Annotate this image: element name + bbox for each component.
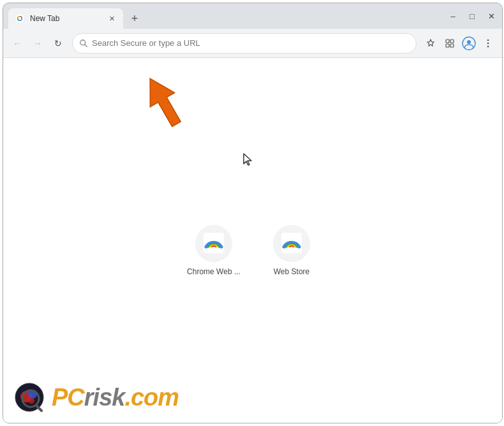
tab-favicon: [15, 13, 25, 24]
svg-point-11: [487, 39, 489, 41]
bookmark-star-button[interactable]: [422, 34, 440, 52]
toolbar: ← → ↻: [3, 29, 502, 58]
pcrisk-watermark: PCrisk.com: [3, 372, 502, 423]
toolbar-right-icons: [422, 34, 497, 52]
close-button[interactable]: ✕: [487, 11, 496, 20]
extensions-button[interactable]: [441, 34, 459, 52]
pcrisk-text: PCrisk.com: [52, 384, 179, 411]
window-controls: – □ ✕: [448, 11, 496, 20]
page-content: Chrome Web ...: [3, 58, 502, 423]
tab-bar: New Tab ✕ + – □ ✕: [3, 3, 502, 29]
url-input[interactable]: [92, 38, 410, 48]
star-icon: [426, 38, 436, 48]
minimize-button[interactable]: –: [448, 11, 457, 20]
svg-rect-6: [450, 40, 454, 43]
shortcut-label-web-store: Web Store: [274, 267, 309, 276]
chrome-webstore-icon-2: [281, 233, 302, 253]
refresh-button[interactable]: ↻: [49, 34, 67, 52]
svg-point-10: [467, 40, 471, 44]
shortcuts-area: Chrome Web ...: [185, 225, 320, 276]
svg-line-21: [36, 406, 41, 411]
mouse-cursor: [242, 152, 254, 169]
back-button[interactable]: ←: [8, 34, 26, 52]
tab-title: New Tab: [30, 14, 101, 23]
new-tab-button[interactable]: +: [126, 10, 144, 27]
shortcut-web-store[interactable]: Web Store: [263, 225, 320, 276]
puzzle-icon: [445, 38, 455, 48]
svg-point-12: [487, 42, 489, 44]
pcrisk-logo-icon: [15, 383, 44, 412]
svg-rect-5: [446, 40, 449, 43]
search-icon: [79, 39, 88, 48]
shortcut-chrome-web[interactable]: Chrome Web ...: [185, 225, 242, 276]
shortcut-label-chrome-web: Chrome Web ...: [187, 267, 241, 276]
svg-marker-14: [138, 71, 188, 131]
svg-point-20: [28, 397, 34, 404]
menu-button[interactable]: [479, 34, 497, 52]
pcrisk-brand-text: PCrisk.com: [52, 384, 179, 411]
address-bar[interactable]: [72, 33, 417, 54]
profile-icon: [462, 36, 476, 50]
tab-close-button[interactable]: ✕: [107, 13, 117, 24]
pcrisk-suffix: risk: [84, 384, 125, 411]
svg-line-4: [85, 44, 87, 47]
browser-window: New Tab ✕ + – □ ✕ ← → ↻: [3, 3, 503, 423]
svg-point-2: [19, 17, 22, 20]
dots-vertical-icon: [483, 38, 493, 48]
svg-point-13: [487, 45, 489, 47]
shortcut-icon-chrome-web[interactable]: [196, 225, 232, 261]
svg-rect-7: [446, 44, 449, 47]
active-tab[interactable]: New Tab ✕: [8, 8, 123, 29]
shortcut-icon-web-store[interactable]: [274, 225, 309, 261]
arrow-annotation: [131, 71, 195, 135]
chrome-webstore-icon-1: [204, 233, 224, 253]
svg-rect-8: [450, 44, 454, 47]
profile-button[interactable]: [460, 34, 478, 52]
forward-button[interactable]: →: [29, 34, 47, 52]
pcrisk-dot-com: .com: [124, 384, 179, 411]
maximize-button[interactable]: □: [468, 11, 477, 20]
pcrisk-pc: PC: [52, 384, 84, 411]
